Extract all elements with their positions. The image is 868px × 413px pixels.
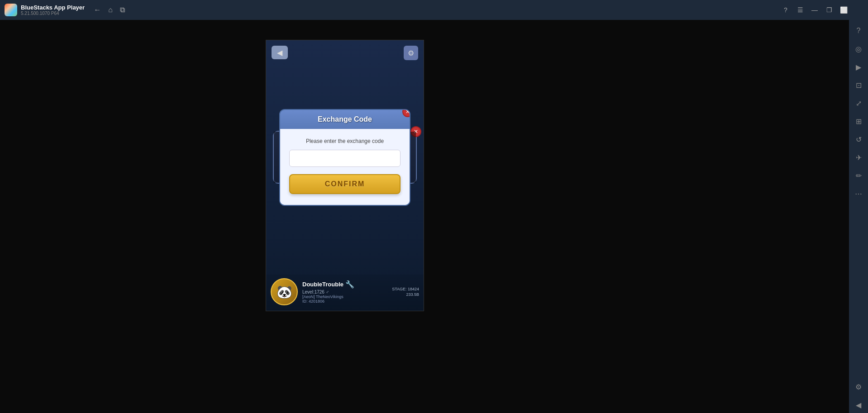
- back-arrow-icon: ◀: [277, 48, 282, 57]
- gender-icon: ♂: [326, 290, 329, 294]
- settings-panel: ✕ SETTINGS UTC 2023-09-20 12:20:55 GENER…: [273, 131, 417, 184]
- back-button[interactable]: ←: [94, 6, 101, 14]
- game-settings-button[interactable]: ⚙: [404, 46, 418, 60]
- player-details: DoubleTrouble 🔧 Level:1726 ♂ [AeoN] TheN…: [302, 280, 387, 304]
- gear-icon: ⚙: [408, 49, 414, 57]
- sidebar-screenshot-button[interactable]: ⊡: [850, 77, 867, 93]
- sidebar-record-button[interactable]: ▶: [850, 59, 867, 75]
- sidebar-dots-button[interactable]: ⋯: [850, 185, 867, 202]
- title-bar: BlueStacks App Player 5.21.500.1070 P64 …: [0, 0, 868, 20]
- modal-instruction: Please enter the exchange code: [289, 138, 401, 144]
- player-id: ID: 4201806: [302, 299, 387, 304]
- player-avatar: 🐼: [271, 278, 298, 305]
- sidebar-settings-button[interactable]: ⚙: [850, 379, 867, 395]
- stage-label: STAGE: 18424: [392, 287, 419, 291]
- help-button[interactable]: ?: [780, 5, 791, 15]
- sidebar-crop-button[interactable]: ⊞: [850, 113, 867, 129]
- game-viewport: ◀ ⚙ ✕ SETTINGS UTC 2023-09-20 12:20:55 G…: [266, 40, 424, 311]
- app-logo: [5, 4, 17, 16]
- sidebar-question-button[interactable]: ?: [850, 23, 867, 39]
- app-title: BlueStacks App Player: [21, 4, 85, 11]
- menu-button[interactable]: ☰: [795, 5, 806, 15]
- exchange-modal: ✕ Exchange Code Please enter the exchang…: [279, 109, 410, 206]
- main-area: ◀ ⚙ ✕ SETTINGS UTC 2023-09-20 12:20:55 G…: [0, 20, 849, 413]
- resource-label: 233.5B: [392, 292, 419, 297]
- wrench-icon: 🔧: [345, 280, 354, 289]
- confirm-button[interactable]: CONFIRM: [289, 174, 401, 194]
- minimize-button[interactable]: —: [809, 5, 820, 15]
- sidebar-move-button[interactable]: ✈: [850, 149, 867, 166]
- sidebar-edit-button[interactable]: ✏: [850, 167, 867, 184]
- game-bottom-strip: 🐼 DoubleTrouble 🔧 Level:1726 ♂ [AeoN] Th…: [266, 275, 424, 311]
- modal-header: Exchange Code: [280, 110, 410, 129]
- level-label: Level:1726: [302, 290, 324, 294]
- exchange-code-input[interactable]: [289, 150, 401, 167]
- title-nav: ← ⌂ ⧉: [94, 6, 125, 14]
- game-back-button[interactable]: ◀: [272, 46, 288, 59]
- player-info-row: 🐼 DoubleTrouble 🔧 Level:1726 ♂ [AeoN] Th…: [266, 275, 424, 309]
- right-sidebar: ? ◎ ▶ ⊡ ⤢ ⊞ ↺ ✈ ✏ ⋯ ⚙ ◀: [849, 0, 868, 413]
- modal-body: Please enter the exchange code CONFIRM: [280, 129, 410, 205]
- modal-overlay: ✕ Exchange Code Please enter the exchang…: [274, 132, 416, 183]
- app-title-group: BlueStacks App Player 5.21.500.1070 P64: [21, 4, 85, 16]
- app-version: 5.21.500.1070 P64: [21, 11, 85, 16]
- copy-button[interactable]: ⧉: [120, 6, 125, 14]
- player-right-stats: STAGE: 18424 233.5B: [392, 287, 419, 297]
- sidebar-expand-button[interactable]: ⤢: [850, 95, 867, 111]
- player-name-row: DoubleTrouble 🔧: [302, 280, 387, 289]
- player-guild: [AeoN] TheNeoVikings: [302, 294, 387, 299]
- player-name: DoubleTrouble: [302, 281, 343, 288]
- sidebar-refresh-button[interactable]: ↺: [850, 131, 867, 147]
- player-level: Level:1726 ♂: [302, 290, 387, 294]
- modal-title: Exchange Code: [287, 115, 402, 123]
- maximize-button[interactable]: ⬜: [838, 5, 849, 15]
- sidebar-camera-button[interactable]: ◎: [850, 41, 867, 57]
- restore-button[interactable]: ❐: [824, 5, 835, 15]
- sidebar-arrow-button[interactable]: ◀: [850, 397, 867, 413]
- home-button[interactable]: ⌂: [108, 6, 113, 14]
